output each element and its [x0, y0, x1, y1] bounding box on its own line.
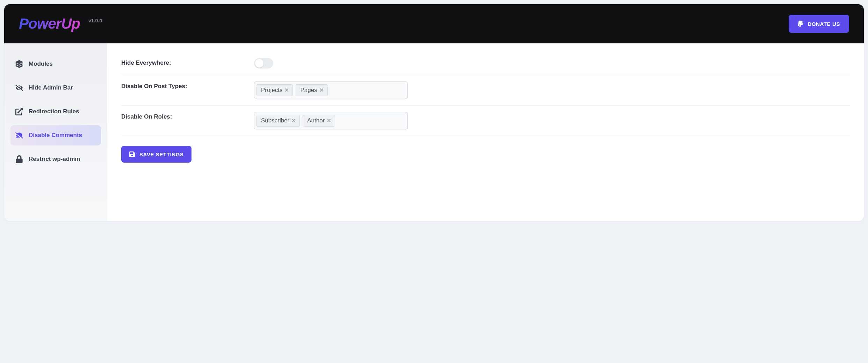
- logo: PowerUp: [19, 15, 80, 32]
- tag-label: Projects: [261, 87, 282, 94]
- version-label: v1.0.0: [88, 18, 102, 23]
- tag-remove-icon[interactable]: ✕: [291, 118, 296, 124]
- save-settings-button[interactable]: SAVE SETTINGS: [121, 146, 191, 163]
- lock-icon: [15, 155, 23, 163]
- tag-projects: Projects ✕: [256, 84, 293, 96]
- main-content: Hide Everywhere: Disable On Post Types: …: [107, 43, 864, 221]
- app-header: PowerUp v1.0.0 DONATE US: [4, 4, 864, 43]
- app-window: PowerUp v1.0.0 DONATE US Modules Hide Ad…: [4, 4, 864, 221]
- eye-slash-icon: [15, 84, 23, 92]
- sidebar-item-label: Disable Comments: [29, 132, 82, 139]
- tag-label: Subscriber: [261, 117, 289, 124]
- save-icon: [129, 151, 135, 157]
- tag-author: Author ✕: [303, 115, 335, 127]
- app-body: Modules Hide Admin Bar Redirection Rules…: [4, 43, 864, 221]
- disable-roles-label: Disable On Roles:: [121, 112, 254, 120]
- save-button-label: SAVE SETTINGS: [139, 151, 184, 157]
- donate-button[interactable]: DONATE US: [789, 15, 849, 33]
- row-disable-roles: Disable On Roles: Subscriber ✕ Author ✕: [121, 106, 850, 136]
- tag-label: Pages: [300, 87, 317, 94]
- donate-button-label: DONATE US: [808, 21, 840, 27]
- sidebar-item-redirection-rules[interactable]: Redirection Rules: [10, 101, 101, 122]
- sidebar-item-restrict-wp-admin[interactable]: Restrict wp-admin: [10, 149, 101, 169]
- comment-slash-icon: [15, 131, 23, 139]
- sidebar-item-disable-comments[interactable]: Disable Comments: [10, 125, 101, 145]
- sidebar-item-label: Modules: [29, 60, 53, 67]
- hide-everywhere-label: Hide Everywhere:: [121, 58, 254, 66]
- tag-remove-icon[interactable]: ✕: [319, 87, 324, 93]
- row-hide-everywhere: Hide Everywhere:: [121, 58, 850, 75]
- tag-pages: Pages ✕: [296, 84, 327, 96]
- tag-remove-icon[interactable]: ✕: [327, 118, 331, 124]
- tag-label: Author: [307, 117, 325, 124]
- roles-tag-input[interactable]: Subscriber ✕ Author ✕: [254, 112, 408, 129]
- sidebar-item-label: Restrict wp-admin: [29, 156, 80, 163]
- tag-subscriber: Subscriber ✕: [256, 115, 300, 127]
- paypal-icon: [798, 20, 803, 27]
- post-types-tag-input[interactable]: Projects ✕ Pages ✕: [254, 81, 408, 99]
- sidebar: Modules Hide Admin Bar Redirection Rules…: [4, 43, 107, 221]
- sidebar-item-modules[interactable]: Modules: [10, 54, 101, 74]
- sidebar-item-label: Hide Admin Bar: [29, 84, 73, 91]
- hide-everywhere-toggle[interactable]: [254, 58, 273, 69]
- layers-icon: [15, 60, 23, 68]
- sidebar-item-label: Redirection Rules: [29, 108, 79, 115]
- tag-remove-icon[interactable]: ✕: [284, 87, 289, 93]
- external-link-icon: [15, 108, 23, 115]
- row-disable-post-types: Disable On Post Types: Projects ✕ Pages …: [121, 75, 850, 106]
- sidebar-item-hide-admin-bar[interactable]: Hide Admin Bar: [10, 78, 101, 98]
- disable-post-types-label: Disable On Post Types:: [121, 81, 254, 90]
